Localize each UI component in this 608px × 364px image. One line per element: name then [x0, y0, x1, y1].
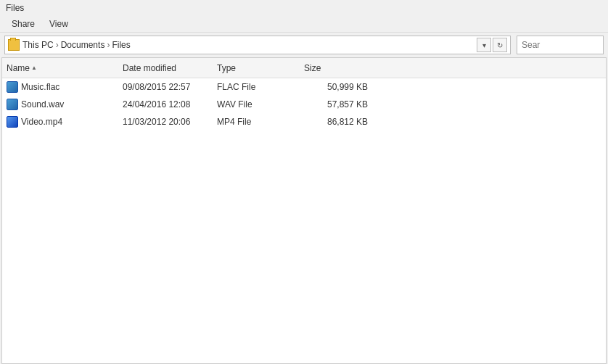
- path-thispc: This PC: [22, 40, 54, 50]
- file-type: WAV File: [217, 99, 252, 109]
- file-date-cell: 09/08/2015 22:57: [118, 82, 213, 92]
- file-date: 09/08/2015 22:57: [123, 82, 190, 92]
- address-actions: ▾ ↻: [477, 38, 507, 52]
- column-headers: Name ▲ Date modified Type Size: [2, 58, 606, 78]
- window-title: Files: [6, 3, 24, 13]
- file-size-cell: 50,999 KB: [300, 82, 372, 92]
- address-bar[interactable]: This PC › Documents › Files ▾ ↻: [4, 36, 511, 54]
- table-row[interactable]: Sound.wav 24/04/2016 12:08 WAV File 57,8…: [2, 96, 606, 113]
- file-date: 24/04/2016 12:08: [123, 99, 190, 109]
- file-size: 57,857 KB: [327, 99, 368, 109]
- file-type-cell: WAV File: [213, 99, 300, 109]
- title-bar: Files: [0, 0, 608, 16]
- menu-bar: Share View: [0, 16, 608, 33]
- main-content: Name ▲ Date modified Type Size Music.fla…: [1, 57, 607, 364]
- file-name: Music.flac: [21, 82, 59, 92]
- file-type: MP4 File: [217, 117, 251, 127]
- sort-arrow-name: ▲: [31, 65, 37, 71]
- col-header-name[interactable]: Name ▲: [2, 63, 118, 73]
- mp4-file-icon: [7, 116, 18, 128]
- path-documents: Documents: [61, 40, 105, 50]
- file-name: Video.mp4: [21, 117, 62, 127]
- file-type-cell: MP4 File: [213, 117, 300, 127]
- file-explorer-window: Files Share View This PC › Documents › F…: [0, 0, 608, 364]
- sep-1: ›: [56, 40, 59, 50]
- file-size-cell: 86,812 KB: [300, 117, 372, 127]
- file-size-cell: 57,857 KB: [300, 99, 372, 109]
- sep-2: ›: [107, 40, 110, 50]
- flac-file-icon: [7, 81, 18, 93]
- table-row[interactable]: Video.mp4 11/03/2012 20:06 MP4 File 86,8…: [2, 113, 606, 131]
- col-header-size[interactable]: Size: [300, 63, 372, 73]
- address-refresh-btn[interactable]: ↻: [493, 38, 507, 52]
- menu-share[interactable]: Share: [6, 17, 41, 30]
- file-name-cell: Video.mp4: [2, 116, 118, 128]
- address-dropdown-btn[interactable]: ▾: [477, 38, 491, 52]
- col-header-date[interactable]: Date modified: [118, 63, 213, 73]
- file-name: Sound.wav: [21, 99, 64, 109]
- col-header-type[interactable]: Type: [213, 63, 300, 73]
- file-size: 86,812 KB: [327, 117, 368, 127]
- file-name-cell: Sound.wav: [2, 99, 118, 110]
- address-row: This PC › Documents › Files ▾ ↻: [0, 33, 608, 57]
- file-type-cell: FLAC File: [213, 82, 300, 92]
- path-files: Files: [112, 40, 130, 50]
- file-name-cell: Music.flac: [2, 81, 118, 93]
- table-row[interactable]: Music.flac 09/08/2015 22:57 FLAC File 50…: [2, 78, 606, 96]
- file-size: 50,999 KB: [327, 82, 368, 92]
- file-list: Music.flac 09/08/2015 22:57 FLAC File 50…: [2, 78, 606, 363]
- file-date: 11/03/2012 20:06: [123, 117, 190, 127]
- file-date-cell: 11/03/2012 20:06: [118, 117, 213, 127]
- folder-icon: [8, 39, 20, 51]
- menu-view[interactable]: View: [44, 17, 74, 30]
- search-input[interactable]: [517, 36, 604, 54]
- wav-file-icon: [7, 99, 18, 110]
- file-date-cell: 24/04/2016 12:08: [118, 99, 213, 109]
- address-path: This PC › Documents › Files: [22, 40, 477, 50]
- file-type: FLAC File: [217, 82, 255, 92]
